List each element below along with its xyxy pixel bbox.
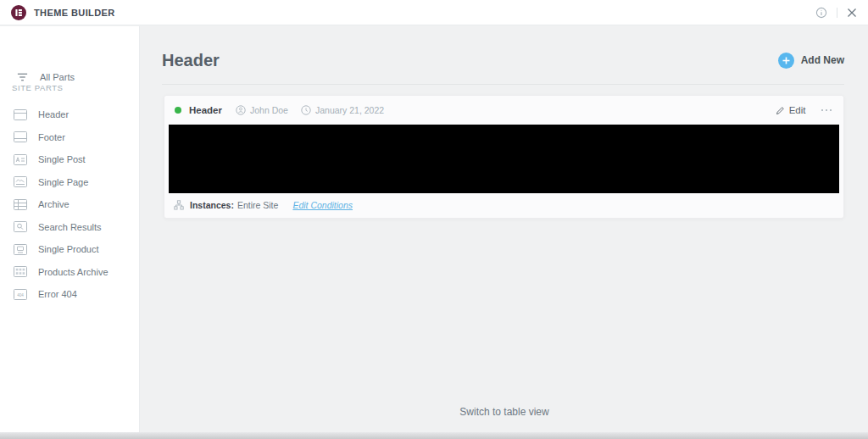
add-new-button[interactable]: Add New [778,53,844,69]
close-icon[interactable] [847,8,857,18]
card-date: January 21, 2022 [301,105,384,115]
card-author-name: John Doe [250,105,288,115]
sidebar-item-label: All Parts [40,72,75,82]
page-bottom-edge [0,432,868,439]
sidebar-item-label: Products Archive [38,267,108,277]
template-preview-thumbnail[interactable] [169,125,839,193]
top-bar: THEME BUILDER [0,0,868,25]
archive-icon [14,199,27,210]
sidebar-item-archive[interactable]: Archive [0,193,139,216]
sidebar-item-footer[interactable]: Footer [0,126,139,149]
instances-label: Instances: [190,200,234,210]
sidebar-item-single-page[interactable]: Single Page [0,171,139,194]
switch-to-table-view-link[interactable]: Switch to table view [141,406,868,418]
template-card-header: Header John Doe January 21, 2022 [164,95,844,219]
info-icon[interactable] [815,7,827,19]
app-title: THEME BUILDER [34,8,115,18]
main-content: Header Add New Header [141,26,868,432]
more-options-icon[interactable] [820,106,834,115]
card-title: Header [189,105,222,115]
instances-icon [174,200,184,210]
sidebar-item-label: Archive [38,199,70,209]
sidebar-item-label: Search Results [38,222,102,232]
search-results-icon [14,221,27,232]
single-product-icon [14,244,27,255]
pencil-icon [776,106,785,115]
elementor-logo-icon [11,5,26,20]
topbar-divider [837,8,837,18]
sidebar-item-header[interactable]: Header [0,103,139,126]
add-new-label: Add New [801,54,844,66]
sidebar-items: Header Footer Single Post [0,103,139,306]
sidebar-item-label: Footer [38,132,65,142]
edit-button[interactable]: Edit [776,105,806,115]
sidebar-item-label: Single Page [38,177,88,187]
sidebar-item-products-archive[interactable]: Products Archive [0,261,139,284]
filter-icon [16,72,29,82]
sidebar-item-label: Single Product [38,244,99,254]
card-date-text: January 21, 2022 [315,105,384,115]
card-author: John Doe [236,105,288,115]
status-dot [175,107,181,114]
clock-icon [301,105,311,115]
error-404-icon: 404 [14,289,27,300]
page-title: Header [162,51,220,70]
svg-text:404: 404 [17,292,24,297]
products-archive-icon [14,266,27,277]
header-icon [14,109,27,120]
single-post-icon [14,154,27,165]
sidebar-item-label: Header [38,109,69,119]
header-divider [162,84,844,85]
single-page-icon [14,176,27,187]
edit-label: Edit [789,105,806,115]
sidebar-item-single-post[interactable]: Single Post [0,148,139,171]
author-icon [236,105,246,115]
sidebar-item-label: Error 404 [38,289,77,299]
sidebar-section-label: SITE PARTS [12,83,64,92]
footer-icon [14,131,27,142]
sidebar: All Parts SITE PARTS Header Footer [0,26,140,432]
sidebar-item-single-product[interactable]: Single Product [0,238,139,261]
sidebar-item-error-404[interactable]: 404 Error 404 [0,283,139,306]
sidebar-item-label: Single Post [38,154,86,164]
theme-builder-window: THEME BUILDER [0,0,868,439]
edit-conditions-link[interactable]: Edit Conditions [292,200,353,210]
instances-value: Entire Site [237,200,278,210]
sidebar-item-search-results[interactable]: Search Results [0,216,139,239]
plus-icon [778,53,794,69]
